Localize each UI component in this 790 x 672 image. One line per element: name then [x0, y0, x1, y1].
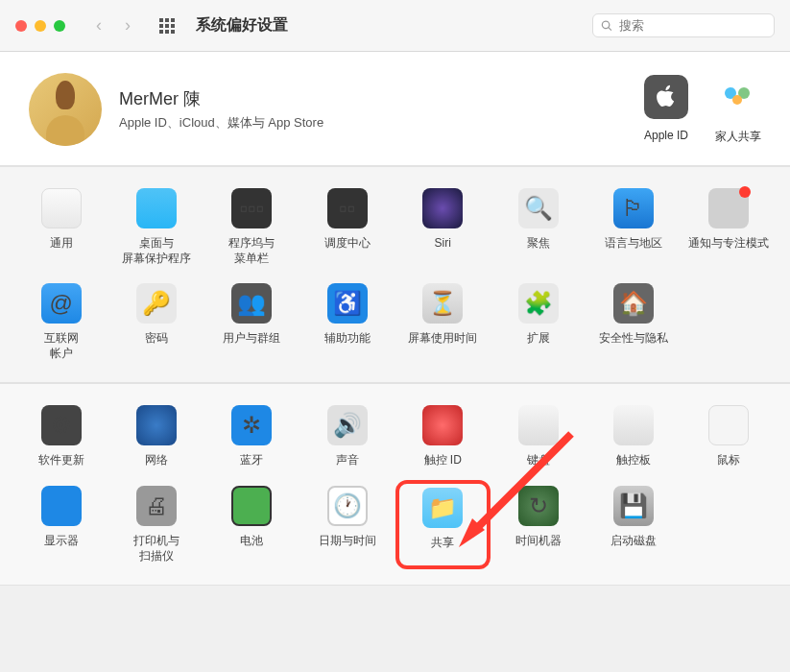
- pref-item-timemachine[interactable]: ↻时间机器: [491, 480, 586, 569]
- search-field[interactable]: [592, 13, 775, 37]
- timemachine-label: 时间机器: [491, 534, 586, 549]
- nav-arrows: ‹ ›: [96, 15, 131, 36]
- dock-label: 程序坞与 菜单栏: [204, 236, 299, 266]
- pref-item-bluetooth[interactable]: ✲蓝牙: [204, 399, 299, 474]
- mission-label: 调度中心: [299, 236, 395, 252]
- pref-item-network[interactable]: 网络: [108, 399, 203, 474]
- window-title: 系统偏好设置: [196, 15, 288, 36]
- pref-item-mission[interactable]: ▫▫调度中心: [299, 182, 395, 272]
- notifications-icon: [708, 188, 749, 228]
- accessibility-label: 辅助功能: [299, 331, 395, 347]
- pref-item-security[interactable]: 🏠安全性与隐私: [586, 277, 681, 367]
- pref-item-language[interactable]: 🏳语言与地区: [586, 182, 681, 272]
- sound-icon: 🔊: [327, 405, 368, 445]
- close-button[interactable]: [15, 20, 27, 32]
- notifications-label: 通知与专注模式: [682, 236, 777, 252]
- family-icon: [716, 75, 760, 119]
- pref-item-datetime[interactable]: 🕐日期与时间: [299, 480, 395, 569]
- desktop-icon: [136, 188, 177, 228]
- network-icon: [136, 405, 177, 445]
- pref-item-users[interactable]: 👥用户与群组: [204, 277, 299, 367]
- battery-icon: [231, 486, 272, 526]
- spotlight-label: 聚焦: [491, 236, 586, 252]
- pref-item-startup[interactable]: 💾启动磁盘: [586, 480, 681, 569]
- family-sharing-item[interactable]: 家人共享: [715, 75, 761, 145]
- show-all-button[interactable]: [159, 18, 175, 34]
- pref-item-general[interactable]: 通用: [13, 182, 108, 272]
- pref-item-extensions[interactable]: 🧩扩展: [491, 277, 586, 367]
- pref-item-internet[interactable]: @互联网 帐户: [13, 277, 108, 367]
- startup-icon: 💾: [613, 486, 654, 526]
- forward-button[interactable]: ›: [125, 15, 131, 36]
- general-icon: [41, 188, 82, 228]
- search-input[interactable]: [619, 18, 767, 33]
- pref-item-trackpad[interactable]: 触控板: [586, 399, 681, 474]
- users-label: 用户与群组: [204, 331, 299, 347]
- timemachine-icon: ↻: [518, 486, 559, 526]
- mouse-label: 鼠标: [682, 453, 777, 468]
- mission-icon: ▫▫: [327, 188, 368, 228]
- battery-label: 电池: [204, 534, 299, 549]
- section-1: 通用桌面与 屏幕保护程序▫▫▫程序坞与 菜单栏▫▫调度中心Siri🔍聚焦🏳语言与…: [0, 166, 790, 383]
- touchid-label: 触控 ID: [395, 453, 491, 468]
- internet-icon: @: [41, 283, 82, 324]
- pref-item-update[interactable]: ⚙软件更新: [13, 399, 108, 474]
- titlebar: ‹ › 系统偏好设置: [0, 0, 790, 52]
- trackpad-label: 触控板: [586, 453, 681, 468]
- avatar[interactable]: [29, 73, 102, 146]
- update-icon: ⚙: [41, 405, 82, 445]
- touchid-icon: [422, 405, 463, 445]
- pref-item-accessibility[interactable]: ♿辅助功能: [299, 277, 395, 367]
- pref-item-sharing[interactable]: 📁共享: [395, 480, 491, 569]
- pref-item-spotlight[interactable]: 🔍聚焦: [491, 182, 586, 272]
- profile-subtitle: Apple ID、iCloud、媒体与 App Store: [119, 114, 323, 132]
- pref-item-sound[interactable]: 🔊声音: [299, 399, 395, 474]
- desktop-label: 桌面与 屏幕保护程序: [108, 236, 203, 266]
- passwords-label: 密码: [108, 331, 203, 347]
- dock-icon: ▫▫▫: [231, 188, 272, 228]
- pref-item-printers[interactable]: 🖨打印机与 扫描仪: [108, 480, 203, 569]
- sharing-label: 共享: [399, 536, 487, 551]
- trackpad-icon: [613, 405, 654, 445]
- internet-label: 互联网 帐户: [13, 331, 108, 361]
- siri-label: Siri: [395, 236, 491, 252]
- apple-id-item[interactable]: Apple ID: [644, 75, 688, 145]
- pref-item-touchid[interactable]: 触控 ID: [395, 399, 491, 474]
- screentime-icon: ⏳: [422, 283, 463, 324]
- extensions-label: 扩展: [491, 331, 586, 347]
- pref-item-keyboard[interactable]: 键盘: [491, 399, 586, 474]
- update-label: 软件更新: [13, 453, 108, 468]
- extensions-icon: 🧩: [518, 283, 559, 324]
- back-button[interactable]: ‹: [96, 15, 102, 36]
- mouse-icon: [708, 405, 749, 445]
- keyboard-label: 键盘: [491, 453, 586, 468]
- bluetooth-icon: ✲: [231, 405, 272, 445]
- pref-item-screentime[interactable]: ⏳屏幕使用时间: [395, 277, 491, 367]
- bluetooth-label: 蓝牙: [204, 453, 299, 468]
- users-icon: 👥: [231, 283, 272, 324]
- keyboard-icon: [518, 405, 559, 445]
- minimize-button[interactable]: [35, 20, 46, 32]
- search-icon: [601, 19, 613, 33]
- pref-item-passwords[interactable]: 🔑密码: [108, 277, 203, 367]
- pref-item-siri[interactable]: Siri: [395, 182, 491, 272]
- pref-item-notifications[interactable]: 通知与专注模式: [682, 182, 777, 272]
- pref-item-battery[interactable]: 电池: [204, 480, 299, 569]
- printers-icon: 🖨: [136, 486, 177, 526]
- language-label: 语言与地区: [586, 236, 681, 252]
- startup-label: 启动磁盘: [586, 534, 681, 549]
- sharing-icon: 📁: [422, 488, 463, 528]
- sound-label: 声音: [299, 453, 395, 468]
- datetime-icon: 🕐: [327, 486, 368, 526]
- window-controls: [15, 20, 65, 32]
- pref-item-mouse[interactable]: 鼠标: [682, 399, 777, 474]
- accessibility-icon: ♿: [327, 283, 368, 324]
- pref-item-dock[interactable]: ▫▫▫程序坞与 菜单栏: [204, 182, 299, 272]
- pref-item-displays[interactable]: 显示器: [13, 480, 108, 569]
- datetime-label: 日期与时间: [299, 534, 395, 549]
- displays-label: 显示器: [13, 534, 108, 549]
- pref-item-desktop[interactable]: 桌面与 屏幕保护程序: [108, 182, 203, 272]
- apple-id-label: Apple ID: [644, 129, 688, 142]
- zoom-button[interactable]: [54, 20, 65, 32]
- profile-name: MerMer 陳: [119, 87, 323, 110]
